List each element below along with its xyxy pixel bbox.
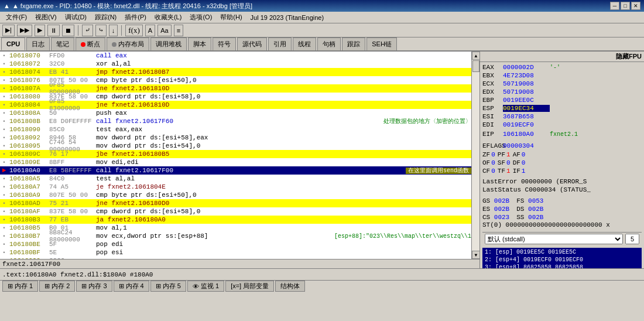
tab-脚本[interactable]: 脚本	[188, 37, 211, 50]
play-button[interactable]: ▶	[35, 25, 45, 36]
flag-of[interactable]: OF 0	[482, 159, 495, 166]
run-button[interactable]: ▶|	[2, 25, 15, 36]
flag-zf[interactable]: ZF 0	[482, 151, 495, 158]
step-out-button[interactable]: ↓	[109, 25, 118, 36]
menu-item-3[interactable]: 跟踪(N)	[91, 12, 120, 22]
disasm-row[interactable]: •106180BE5Fpop edi	[0, 240, 471, 248]
disasm-row[interactable]: •106180B78B8C24 88000000mov ecx,dword pt…	[0, 232, 471, 240]
disasm-row[interactable]: •106180A774 A5je fxnet2.1061804E	[0, 183, 471, 191]
disasm-row[interactable]: •1061807232C0xor al,al	[0, 60, 471, 68]
scroll-thumb[interactable]	[472, 60, 479, 72]
disasm-row[interactable]: ►106180A0E8 5BFEFFFFcall fxnet2.10617F00…	[0, 166, 471, 175]
menu-item-2[interactable]: 调试(D)	[61, 12, 90, 22]
font-button[interactable]: Aa	[157, 25, 171, 36]
stdcall-input[interactable]	[625, 234, 639, 244]
flag-df[interactable]: DF 0	[513, 159, 526, 166]
reg-value[interactable]: 0019EC34	[503, 105, 550, 112]
disasm-row[interactable]: •1061809085C0test eax,eax	[0, 125, 471, 134]
bottom-tab-3[interactable]: ⊞内存 4	[114, 281, 149, 292]
seg-ss[interactable]: SS 002B	[516, 214, 543, 221]
flag-af[interactable]: AF 0	[513, 151, 526, 158]
disasm-row[interactable]: •106180BF5Epop esi	[0, 248, 471, 257]
stdcall-select[interactable]: 默认 (stdcall)	[485, 234, 623, 244]
tab-线程[interactable]: 线程	[293, 37, 316, 50]
flag-pf[interactable]: PF 1	[498, 151, 511, 158]
menu-item-4[interactable]: 插件(P)	[121, 12, 150, 22]
tab-符号[interactable]: 符号	[213, 37, 236, 50]
seg-cs[interactable]: CS 0023	[482, 214, 509, 221]
eflags-value[interactable]: 00000304	[503, 142, 550, 149]
close-button[interactable]: ✕	[631, 2, 640, 10]
tab-日志[interactable]: 日志	[26, 37, 50, 50]
menu-item-7[interactable]: 帮助(H)	[217, 12, 245, 22]
tab-CPU[interactable]: CPU	[1, 37, 25, 50]
disasm-row[interactable]: •1061809E8BFFmov edi,edi	[0, 158, 471, 166]
seg-gs[interactable]: GS 002B	[482, 197, 509, 204]
bottom-tab-1[interactable]: ⊞内存 2	[39, 281, 75, 292]
disasm-row[interactable]: •1061807A0F85 8D000000jne fxnet2.1061810…	[0, 84, 471, 93]
menu-item-1[interactable]: 视图(V)	[32, 12, 60, 22]
disasm-row[interactable]: •106180B377 EBja fxnet2.106180A0	[0, 216, 471, 224]
tab-跟踪[interactable]: 跟踪	[342, 37, 365, 50]
reg-value[interactable]: 50719008	[503, 88, 550, 95]
maximize-button[interactable]: □	[621, 2, 630, 10]
scroll-down-btn[interactable]: ▼	[472, 251, 479, 259]
scroll-up-btn[interactable]: ▲	[472, 52, 479, 60]
tab-引用[interactable]: 引用	[268, 37, 292, 50]
tab-内存布局[interactable]: 内存布局	[107, 37, 149, 50]
reg-value[interactable]: 3687B658	[503, 113, 550, 120]
tab-断点[interactable]: 断点	[76, 37, 105, 50]
flag-tf[interactable]: TF 1	[498, 168, 511, 175]
disasm-row[interactable]: •10618095C746 54 00000000mov dword ptr d…	[0, 142, 471, 150]
bottom-tab-0[interactable]: ⊞内存 1	[2, 281, 38, 292]
tab-调用堆栈[interactable]: 调用堆栈	[150, 37, 187, 50]
reg-value[interactable]: 0019EE0C	[503, 97, 550, 104]
pause-button[interactable]: ⏸	[47, 25, 60, 36]
reg-value[interactable]: 0019ECF0	[503, 121, 550, 128]
menu-item-0[interactable]: 文件(F)	[2, 12, 30, 22]
disasm-row[interactable]: •1061808A50push eax	[0, 109, 471, 117]
menu-item-6[interactable]: 选项(O)	[186, 12, 215, 22]
flag-sf[interactable]: SF 0	[498, 159, 511, 166]
menu-item-8[interactable]: Jul 19 2023 (TitanEngine)	[247, 13, 328, 22]
disasm-scrollbar[interactable]: ▲ ▼	[471, 52, 479, 259]
reg-panel-header[interactable]: 隐藏FPU	[480, 52, 644, 62]
disasm-row[interactable]: •106180AD75 21jne fxnet2.106180D0	[0, 199, 471, 207]
tab-SEH链[interactable]: SEH链	[366, 37, 397, 50]
disasm-row[interactable]: •106180A9807E 50 00cmp byte ptr ds:[esi+…	[0, 191, 471, 199]
reg-value[interactable]: 0000002D	[503, 64, 550, 71]
tab-源代码[interactable]: 源代码	[237, 37, 267, 50]
assemble-button[interactable]: A	[145, 25, 155, 36]
tab-笔记[interactable]: 笔记	[51, 37, 74, 50]
disasm-row[interactable]: •106180AF837E 58 00cmp dword ptr ds:[esi…	[0, 207, 471, 216]
menu-item-5[interactable]: 收藏夹(L)	[151, 12, 185, 22]
bottom-tab-7[interactable]: 结构体	[275, 281, 305, 292]
reg-value[interactable]: 4E723D08	[503, 72, 550, 79]
seg-fs[interactable]: FS 0053	[516, 197, 543, 204]
fx-button[interactable]: f(x)	[125, 25, 143, 36]
callstack-row[interactable]: 1: [esp] 0019EE5C 0019EE5C	[485, 249, 639, 257]
disasm-row[interactable]: •10618074EB 41jmp fxnet2.106180B7	[0, 68, 471, 76]
disasm-row[interactable]: •106180A584C0test al,al	[0, 175, 471, 183]
reg-value[interactable]: 50719008	[503, 80, 550, 87]
run2-button[interactable]: ▶▶	[17, 25, 32, 36]
disasm-row[interactable]: •1061808BE8 D0FEFFFFcall fxnet2.10617F60…	[0, 117, 471, 125]
tab-句柄[interactable]: 句柄	[317, 37, 341, 50]
bottom-tab-4[interactable]: ⊞内存 5	[150, 281, 186, 292]
step-into-button[interactable]: ⤶	[82, 25, 93, 36]
stop-button[interactable]: ⏹	[62, 25, 74, 36]
flag-cf[interactable]: CF 0	[482, 168, 495, 175]
seg-es[interactable]: ES 002B	[482, 206, 509, 213]
callstack-row[interactable]: 2: [esp+4] 0019ECF0 0019ECF0	[485, 257, 639, 264]
eip-value[interactable]: 106180A0	[503, 131, 550, 138]
bottom-tab-5[interactable]: 👁监视 1	[187, 281, 224, 292]
callstack-row[interactable]: 3: [esp+8] 86825858 86825858	[485, 264, 639, 268]
bottom-tab-6[interactable]: [x=] 局部变量	[225, 281, 274, 292]
disasm-row[interactable]: •1061809C76 17jbe fxnet2.106180B5	[0, 150, 471, 158]
disasm-row[interactable]: •10618070FFD0call eax	[0, 52, 471, 60]
disasm-row[interactable]: •106180840F85 83000000jne fxnet2.1061810…	[0, 101, 471, 109]
bottom-tab-2[interactable]: ⊞内存 3	[76, 281, 112, 292]
minimize-button[interactable]: ─	[610, 2, 619, 10]
step-over-button[interactable]: ⤷	[95, 25, 107, 36]
flag-if[interactable]: IF 1	[513, 168, 526, 175]
